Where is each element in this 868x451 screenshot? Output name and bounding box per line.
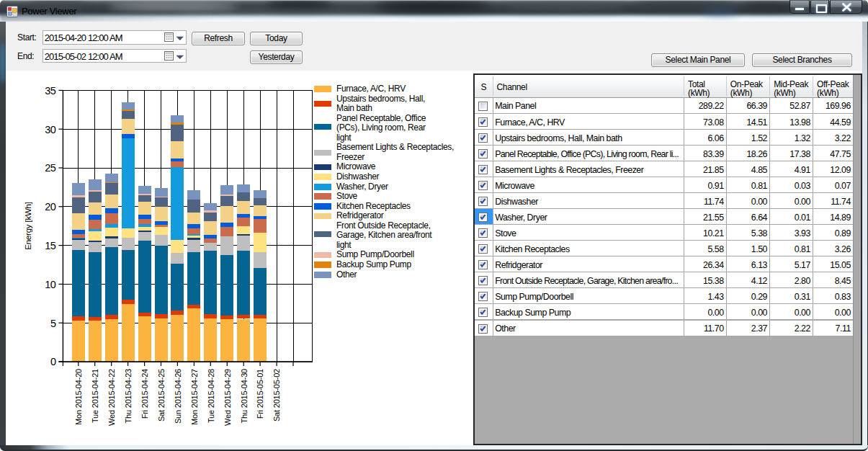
svg-text:25: 25: [45, 162, 56, 174]
svg-text:Sat 2015-04-25: Sat 2015-04-25: [157, 369, 166, 421]
svg-text:5: 5: [50, 318, 56, 329]
svg-text:Wed 2015-04-22: Wed 2015-04-22: [107, 369, 116, 426]
svg-text:20: 20: [45, 201, 56, 213]
svg-text:Wed 2015-04-29: Wed 2015-04-29: [223, 369, 232, 426]
svg-text:0: 0: [50, 356, 56, 367]
svg-text:Tue 2015-04-21: Tue 2015-04-21: [91, 369, 99, 423]
svg-text:35: 35: [45, 85, 56, 97]
svg-text:30: 30: [45, 124, 56, 135]
svg-text:Energy [kWh]: Energy [kWh]: [24, 202, 32, 250]
svg-text:Tue 2015-04-28: Tue 2015-04-28: [207, 369, 215, 423]
svg-text:Thu 2015-04-30: Thu 2015-04-30: [240, 369, 249, 424]
svg-text:Fri 2015-04-24: Fri 2015-04-24: [140, 369, 149, 419]
svg-text:Fri 2015-05-01: Fri 2015-05-01: [256, 369, 264, 419]
svg-text:Sun 2015-04-26: Sun 2015-04-26: [174, 369, 182, 424]
svg-text:10: 10: [45, 279, 56, 290]
svg-text:Mon 2015-04-20: Mon 2015-04-20: [74, 369, 83, 425]
svg-text:Sat 2015-05-02: Sat 2015-05-02: [272, 369, 281, 421]
svg-text:15: 15: [45, 240, 56, 251]
svg-text:Mon 2015-04-27: Mon 2015-04-27: [190, 369, 199, 425]
svg-text:Thu 2015-04-23: Thu 2015-04-23: [124, 369, 133, 424]
